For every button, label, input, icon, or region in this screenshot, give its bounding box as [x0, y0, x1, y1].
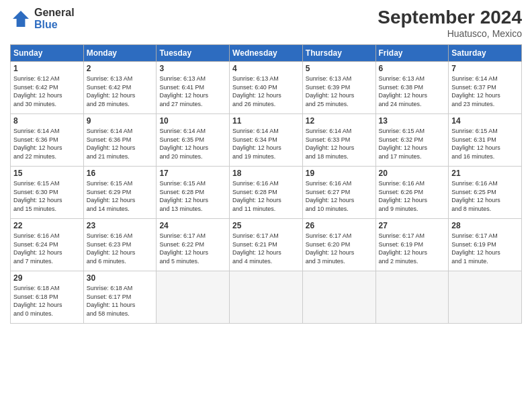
calendar-cell — [449, 271, 522, 324]
calendar-cell: 20 Sunrise: 6:16 AMSunset: 6:26 PMDaylig… — [375, 167, 449, 219]
cell-info: Sunrise: 6:13 AMSunset: 6:40 PMDaylight:… — [232, 75, 281, 107]
calendar-row-5: 29 Sunrise: 6:18 AMSunset: 6:18 PMDaylig… — [11, 271, 522, 324]
calendar-cell: 29 Sunrise: 6:18 AMSunset: 6:18 PMDaylig… — [11, 271, 84, 324]
calendar-cell: 2 Sunrise: 6:13 AMSunset: 6:42 PMDayligh… — [83, 62, 157, 114]
day-number: 18 — [232, 169, 300, 178]
header-saturday: Saturday — [449, 45, 522, 62]
cell-info: Sunrise: 6:15 AMSunset: 6:31 PMDaylight:… — [451, 128, 500, 160]
weekday-header-row: Sunday Monday Tuesday Wednesday Thursday… — [11, 45, 522, 62]
location: Huatusco, Mexico — [378, 28, 522, 39]
header-tuesday: Tuesday — [157, 45, 230, 62]
day-number: 4 — [232, 64, 300, 73]
header-thursday: Thursday — [302, 45, 375, 62]
day-number: 13 — [379, 116, 446, 126]
calendar-cell: 7 Sunrise: 6:14 AMSunset: 6:37 PMDayligh… — [449, 62, 522, 114]
calendar-cell: 28 Sunrise: 6:17 AMSunset: 6:19 PMDaylig… — [449, 219, 522, 271]
cell-info: Sunrise: 6:13 AMSunset: 6:39 PMDaylight:… — [306, 75, 355, 107]
cell-info: Sunrise: 6:18 AMSunset: 6:18 PMDaylight:… — [13, 285, 62, 317]
calendar-cell — [375, 271, 449, 324]
calendar-cell: 11 Sunrise: 6:14 AMSunset: 6:34 PMDaylig… — [230, 114, 303, 167]
calendar-cell: 8 Sunrise: 6:14 AMSunset: 6:36 PMDayligh… — [11, 114, 84, 167]
cell-info: Sunrise: 6:17 AMSunset: 6:21 PMDaylight:… — [232, 232, 281, 265]
calendar-cell: 3 Sunrise: 6:13 AMSunset: 6:41 PMDayligh… — [157, 62, 230, 114]
cell-info: Sunrise: 6:16 AMSunset: 6:26 PMDaylight:… — [379, 180, 428, 212]
calendar-cell: 10 Sunrise: 6:14 AMSunset: 6:35 PMDaylig… — [157, 114, 230, 167]
day-number: 5 — [306, 64, 373, 73]
calendar-cell: 19 Sunrise: 6:16 AMSunset: 6:27 PMDaylig… — [302, 167, 375, 219]
cell-info: Sunrise: 6:14 AMSunset: 6:37 PMDaylight:… — [451, 75, 500, 107]
day-number: 10 — [159, 116, 226, 126]
logo-icon — [10, 8, 32, 30]
cell-info: Sunrise: 6:14 AMSunset: 6:36 PMDaylight:… — [13, 128, 62, 160]
month-title: September 2024 — [378, 7, 522, 28]
cell-info: Sunrise: 6:14 AMSunset: 6:33 PMDaylight:… — [306, 128, 355, 160]
svg-marker-0 — [13, 11, 29, 27]
day-number: 8 — [13, 116, 81, 126]
calendar-cell: 27 Sunrise: 6:17 AMSunset: 6:19 PMDaylig… — [375, 219, 449, 271]
calendar-cell: 15 Sunrise: 6:15 AMSunset: 6:30 PMDaylig… — [11, 167, 84, 219]
logo: General Blue — [10, 7, 75, 31]
calendar-cell: 14 Sunrise: 6:15 AMSunset: 6:31 PMDaylig… — [449, 114, 522, 167]
cell-info: Sunrise: 6:16 AMSunset: 6:28 PMDaylight:… — [232, 180, 281, 212]
calendar-cell: 13 Sunrise: 6:15 AMSunset: 6:32 PMDaylig… — [375, 114, 449, 167]
title-block: September 2024 Huatusco, Mexico — [378, 7, 522, 39]
cell-info: Sunrise: 6:18 AMSunset: 6:17 PMDaylight:… — [87, 285, 136, 317]
cell-info: Sunrise: 6:14 AMSunset: 6:36 PMDaylight:… — [87, 128, 136, 160]
day-number: 11 — [232, 116, 300, 126]
day-number: 26 — [306, 221, 373, 230]
cell-info: Sunrise: 6:14 AMSunset: 6:35 PMDaylight:… — [159, 128, 208, 160]
day-number: 6 — [379, 64, 446, 73]
cell-info: Sunrise: 6:17 AMSunset: 6:19 PMDaylight:… — [451, 232, 500, 265]
cell-info: Sunrise: 6:14 AMSunset: 6:34 PMDaylight:… — [232, 128, 281, 160]
cell-info: Sunrise: 6:15 AMSunset: 6:29 PMDaylight:… — [87, 180, 136, 212]
header-sunday: Sunday — [11, 45, 84, 62]
day-number: 2 — [87, 64, 154, 73]
calendar-row-2: 8 Sunrise: 6:14 AMSunset: 6:36 PMDayligh… — [11, 114, 522, 167]
day-number: 17 — [159, 169, 226, 178]
day-number: 28 — [451, 221, 519, 230]
cell-info: Sunrise: 6:17 AMSunset: 6:20 PMDaylight:… — [306, 232, 355, 265]
calendar-cell: 21 Sunrise: 6:16 AMSunset: 6:25 PMDaylig… — [449, 167, 522, 219]
header-monday: Monday — [83, 45, 157, 62]
calendar-cell: 5 Sunrise: 6:13 AMSunset: 6:39 PMDayligh… — [302, 62, 375, 114]
calendar-row-3: 15 Sunrise: 6:15 AMSunset: 6:30 PMDaylig… — [11, 167, 522, 219]
day-number: 12 — [306, 116, 373, 126]
calendar-cell: 18 Sunrise: 6:16 AMSunset: 6:28 PMDaylig… — [230, 167, 303, 219]
day-number: 29 — [13, 273, 81, 283]
calendar-cell: 1 Sunrise: 6:12 AMSunset: 6:42 PMDayligh… — [11, 62, 84, 114]
logo-text: General Blue — [34, 7, 75, 31]
day-number: 25 — [232, 221, 300, 230]
cell-info: Sunrise: 6:13 AMSunset: 6:42 PMDaylight:… — [87, 75, 136, 107]
cell-info: Sunrise: 6:16 AMSunset: 6:25 PMDaylight:… — [451, 180, 500, 212]
cell-info: Sunrise: 6:17 AMSunset: 6:19 PMDaylight:… — [379, 232, 428, 265]
day-number: 1 — [13, 64, 81, 73]
cell-info: Sunrise: 6:13 AMSunset: 6:38 PMDaylight:… — [379, 75, 428, 107]
day-number: 16 — [87, 169, 154, 178]
calendar-cell: 12 Sunrise: 6:14 AMSunset: 6:33 PMDaylig… — [302, 114, 375, 167]
calendar-cell: 22 Sunrise: 6:16 AMSunset: 6:24 PMDaylig… — [11, 219, 84, 271]
day-number: 22 — [13, 221, 81, 230]
cell-info: Sunrise: 6:16 AMSunset: 6:27 PMDaylight:… — [306, 180, 355, 212]
day-number: 19 — [306, 169, 373, 178]
cell-info: Sunrise: 6:12 AMSunset: 6:42 PMDaylight:… — [13, 75, 62, 107]
day-number: 21 — [451, 169, 519, 178]
calendar-row-4: 22 Sunrise: 6:16 AMSunset: 6:24 PMDaylig… — [11, 219, 522, 271]
calendar-table: Sunday Monday Tuesday Wednesday Thursday… — [10, 44, 522, 324]
calendar-cell: 9 Sunrise: 6:14 AMSunset: 6:36 PMDayligh… — [83, 114, 157, 167]
calendar-cell: 30 Sunrise: 6:18 AMSunset: 6:17 PMDaylig… — [83, 271, 157, 324]
header-wednesday: Wednesday — [230, 45, 303, 62]
calendar-cell: 17 Sunrise: 6:15 AMSunset: 6:28 PMDaylig… — [157, 167, 230, 219]
day-number: 27 — [379, 221, 446, 230]
day-number: 30 — [87, 273, 154, 283]
calendar-cell — [157, 271, 230, 324]
cell-info: Sunrise: 6:16 AMSunset: 6:24 PMDaylight:… — [13, 232, 62, 265]
cell-info: Sunrise: 6:17 AMSunset: 6:22 PMDaylight:… — [159, 232, 208, 265]
cell-info: Sunrise: 6:15 AMSunset: 6:28 PMDaylight:… — [159, 180, 208, 212]
calendar-cell: 4 Sunrise: 6:13 AMSunset: 6:40 PMDayligh… — [230, 62, 303, 114]
calendar-cell: 24 Sunrise: 6:17 AMSunset: 6:22 PMDaylig… — [157, 219, 230, 271]
day-number: 14 — [451, 116, 519, 126]
calendar-cell: 25 Sunrise: 6:17 AMSunset: 6:21 PMDaylig… — [230, 219, 303, 271]
day-number: 3 — [159, 64, 226, 73]
calendar-cell: 26 Sunrise: 6:17 AMSunset: 6:20 PMDaylig… — [302, 219, 375, 271]
cell-info: Sunrise: 6:15 AMSunset: 6:30 PMDaylight:… — [13, 180, 62, 212]
